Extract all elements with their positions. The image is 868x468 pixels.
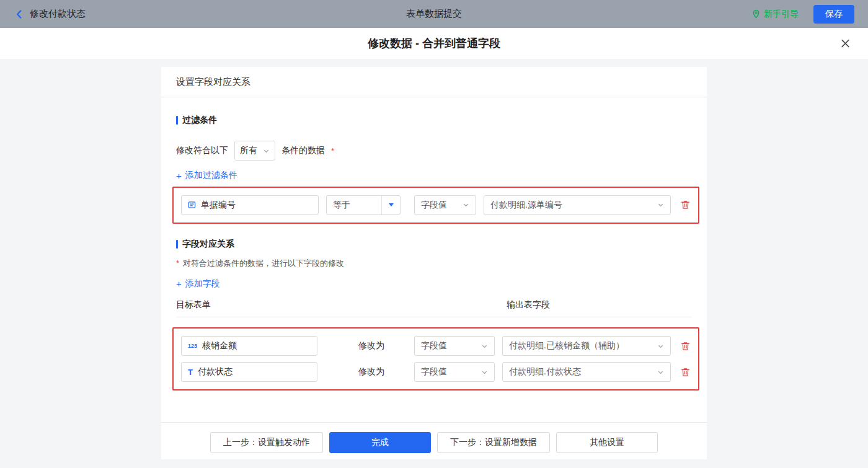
mapping-row: 123 核销金额 修改为 字段值 付款明细.已核销金额（辅助） [181,336,691,356]
beginner-guide-link[interactable]: 新手引导 [751,9,799,20]
mapping-columns-header: 目标表单 输出表字段 [176,299,692,317]
filter-field-label: 单据编号 [201,200,236,211]
section-bar [176,240,178,249]
close-icon[interactable] [840,38,851,49]
filter-condition-sentence: 修改符合以下 所有 条件的数据 * [176,141,692,161]
dialog-footer: 上一步：设置触发动作 完成 下一步：设置新增数据 其他设置 [161,422,707,459]
add-filter-condition-link[interactable]: + 添加过滤条件 [176,170,237,181]
required-mark: * [331,146,334,156]
number-field-icon: 123 [188,343,197,349]
operator-select[interactable]: 等于 [326,195,401,215]
save-button[interactable]: 保存 [813,5,854,24]
back-icon[interactable] [14,9,25,20]
required-mark: * [176,258,179,268]
text-field-icon: T [188,368,193,377]
mapping-section-title: 字段对应关系 [176,239,692,250]
modify-to-label: 修改为 [358,366,387,377]
output-field-select[interactable]: 付款明细.已核销金额（辅助） [502,336,671,356]
sentence-prefix: 修改符合以下 [176,145,228,156]
delete-field-icon[interactable] [680,367,691,377]
delete-field-icon[interactable] [680,341,691,351]
value-type-select[interactable]: 字段值 [414,336,495,356]
value-type-select[interactable]: 字段值 [414,362,495,382]
target-field-label: 核销金额 [202,340,237,351]
guide-label: 新手引导 [764,9,799,20]
page-title: 修改付款状态 [30,8,86,20]
target-field-label: 付款状态 [198,366,232,377]
dialog-header: 修改数据 - 合并到普通字段 [0,28,868,59]
chevron-down-icon [657,201,664,208]
card-title: 设置字段对应关系 [161,67,707,97]
dialog-title: 修改数据 - 合并到普通字段 [368,36,500,51]
map-pin-icon [751,9,761,19]
column-target-form: 目标表单 [176,299,507,311]
done-button[interactable]: 完成 [329,432,431,453]
dialog-body: 设置字段对应关系 过滤条件 修改符合以下 所有 条件的数据 * [0,59,868,468]
section-bar [176,116,178,125]
column-output-field: 输出表字段 [507,299,550,311]
modify-to-label: 修改为 [358,340,387,351]
previous-step-button[interactable]: 上一步：设置触发动作 [210,432,323,453]
chevron-down-icon [463,201,469,208]
delete-filter-icon[interactable] [680,200,691,210]
output-field-select[interactable]: 付款明细.付款状态 [502,362,671,382]
linked-field-icon [188,201,196,209]
topbar: 修改付款状态 表单数据提交 新手引导 保存 [0,0,868,28]
operator-caret-button[interactable] [381,196,400,214]
target-field-input[interactable]: 123 核销金额 [181,336,317,356]
app-title: 表单数据提交 [406,8,462,20]
filter-highlight-box: 单据编号 等于 字段值 付款明细 [172,187,699,224]
add-field-link[interactable]: + 添加字段 [176,278,220,289]
chevron-down-icon [481,343,488,350]
chevron-down-icon [263,148,270,154]
chevron-down-icon [657,343,664,350]
next-step-button[interactable]: 下一步：设置新增数据 [437,432,550,453]
mapping-highlight-box: 123 核销金额 修改为 字段值 付款明细.已核销金额（辅助） [172,327,699,391]
plus-icon: + [176,171,182,180]
filter-row: 单据编号 等于 字段值 付款明细 [181,195,691,215]
chevron-down-icon [481,369,488,376]
target-field-input[interactable]: T 付款状态 [181,362,317,382]
settings-card: 设置字段对应关系 过滤条件 修改符合以下 所有 条件的数据 * [161,67,707,459]
match-mode-select[interactable]: 所有 [234,141,275,161]
other-settings-button[interactable]: 其他设置 [556,432,658,453]
filter-value-select[interactable]: 付款明细.源单编号 [484,195,671,215]
sentence-suffix: 条件的数据 [281,145,325,156]
mapping-row: T 付款状态 修改为 字段值 付款明细.付款状态 [181,362,691,382]
mapping-hint: * 对符合过滤条件的数据，进行以下字段的修改 [176,258,692,269]
filter-section-title: 过滤条件 [176,115,692,126]
caret-down-icon [389,203,394,206]
plus-icon: + [176,279,182,288]
value-type-select[interactable]: 字段值 [414,195,476,215]
back-nav[interactable]: 修改付款状态 [14,8,86,20]
filter-field-input[interactable]: 单据编号 [181,195,319,215]
chevron-down-icon [657,369,664,376]
